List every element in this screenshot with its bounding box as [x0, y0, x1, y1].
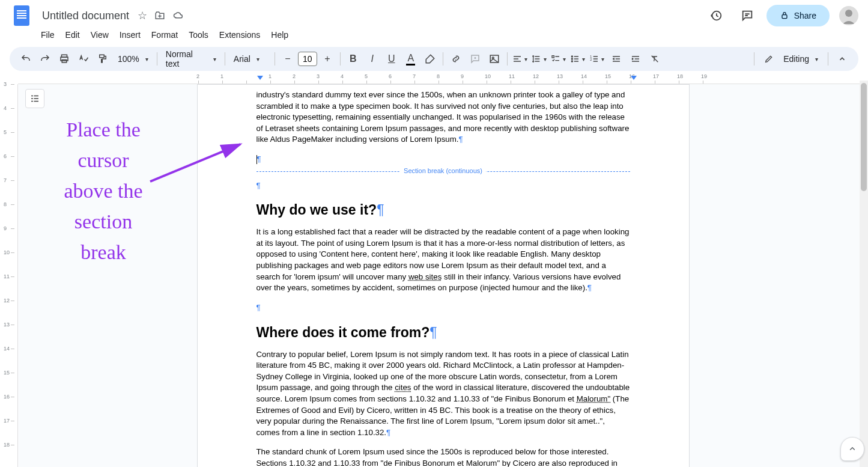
horizontal-ruler[interactable]: 2112345678910111213141516171819	[18, 75, 868, 84]
toolbar: 100% Normal text Arial − + B I U A 12 Ed…	[10, 47, 858, 71]
cloud-status-icon[interactable]	[172, 10, 184, 21]
svg-rect-5	[100, 55, 105, 58]
section-break-indicator: Section break (continuous)	[256, 171, 630, 179]
editing-mode-dropdown[interactable]: Editing	[759, 54, 823, 64]
cursor-paragraph[interactable]: ¶	[256, 154, 630, 165]
body-paragraph[interactable]: It is a long established fact that a rea…	[256, 227, 630, 294]
text-color-icon[interactable]: A	[402, 50, 420, 68]
vertical-ruler[interactable]: 345678910111213141516171819	[0, 84, 18, 467]
paint-format-icon[interactable]	[94, 50, 112, 68]
decrease-font-icon[interactable]: −	[279, 50, 297, 68]
italic-icon[interactable]: I	[363, 50, 381, 68]
menu-edit[interactable]: Edit	[61, 28, 85, 42]
add-comment-icon[interactable]	[466, 50, 484, 68]
menu-help[interactable]: Help	[266, 28, 293, 42]
svg-text:2: 2	[590, 58, 592, 61]
comments-icon[interactable]	[735, 4, 759, 28]
checklist-icon[interactable]	[550, 50, 568, 68]
menu-extensions[interactable]: Extensions	[214, 28, 265, 42]
svg-point-10	[572, 58, 573, 60]
styles-dropdown[interactable]: Normal text	[161, 49, 221, 69]
svg-rect-8	[552, 56, 554, 58]
svg-point-9	[572, 56, 573, 57]
font-dropdown[interactable]: Arial	[229, 54, 271, 64]
spellcheck-icon[interactable]	[74, 50, 93, 68]
left-indent-marker[interactable]	[257, 76, 263, 80]
move-icon[interactable]	[154, 10, 165, 21]
document-page[interactable]: industry's standard dummy text ever sinc…	[197, 84, 690, 467]
line-spacing-icon[interactable]	[530, 50, 548, 68]
bulleted-list-icon[interactable]	[569, 50, 587, 68]
body-paragraph[interactable]: The standard chunk of Lorem Ipsum used s…	[256, 447, 630, 467]
decrease-indent-icon[interactable]	[607, 50, 625, 68]
bold-icon[interactable]: B	[344, 50, 362, 68]
annotation-text: Place the cursor above the section break	[43, 114, 163, 267]
right-indent-marker[interactable]	[631, 76, 637, 80]
heading-where[interactable]: Where does it come from?¶	[256, 325, 630, 341]
numbered-list-icon[interactable]: 12	[588, 50, 606, 68]
menu-bar: File Edit View Insert Format Tools Exten…	[0, 26, 868, 43]
body-paragraph[interactable]: industry's standard dummy text ever sinc…	[256, 90, 630, 145]
underline-icon[interactable]: U	[383, 50, 401, 68]
undo-icon[interactable]	[17, 50, 35, 68]
zoom-dropdown[interactable]: 100%	[113, 54, 153, 64]
history-icon[interactable]	[704, 4, 728, 28]
account-avatar[interactable]	[839, 6, 858, 25]
increase-font-icon[interactable]: +	[318, 50, 336, 68]
heading-why[interactable]: Why do we use it?¶	[256, 202, 630, 218]
docs-logo[interactable]	[10, 4, 34, 28]
share-label: Share	[794, 11, 816, 20]
print-icon[interactable]	[55, 50, 73, 68]
body-paragraph[interactable]: Contrary to popular belief, Lorem Ipsum …	[256, 349, 630, 439]
menu-view[interactable]: View	[86, 28, 114, 42]
svg-point-11	[572, 61, 573, 62]
menu-tools[interactable]: Tools	[184, 28, 213, 42]
redo-icon[interactable]	[36, 50, 54, 68]
vertical-scrollbar[interactable]	[860, 81, 868, 467]
star-icon[interactable]: ☆	[138, 9, 147, 22]
font-size-input[interactable]	[298, 52, 317, 66]
share-button[interactable]: Share	[766, 5, 830, 26]
scrollbar-thumb[interactable]	[861, 83, 867, 191]
editing-mode-label: Editing	[783, 54, 809, 64]
annotation-arrow-icon	[147, 139, 249, 188]
align-icon[interactable]	[511, 50, 529, 68]
insert-link-icon[interactable]	[447, 50, 465, 68]
highlight-icon[interactable]	[421, 50, 439, 68]
insert-image-icon[interactable]	[485, 50, 503, 68]
menu-file[interactable]: File	[36, 28, 59, 42]
outline-toggle-icon[interactable]	[25, 89, 44, 108]
collapse-toolbar-icon[interactable]	[833, 50, 851, 68]
empty-paragraph[interactable]: ¶	[256, 302, 630, 314]
menu-format[interactable]: Format	[147, 28, 183, 42]
document-title[interactable]: Untitled document	[38, 8, 133, 23]
svg-rect-1	[782, 15, 787, 19]
svg-line-14	[150, 144, 240, 182]
empty-paragraph[interactable]: ¶	[256, 180, 630, 192]
increase-indent-icon[interactable]	[627, 50, 645, 68]
menu-insert[interactable]: Insert	[115, 28, 145, 42]
clear-formatting-icon[interactable]	[646, 50, 664, 68]
explore-button[interactable]	[840, 437, 864, 461]
